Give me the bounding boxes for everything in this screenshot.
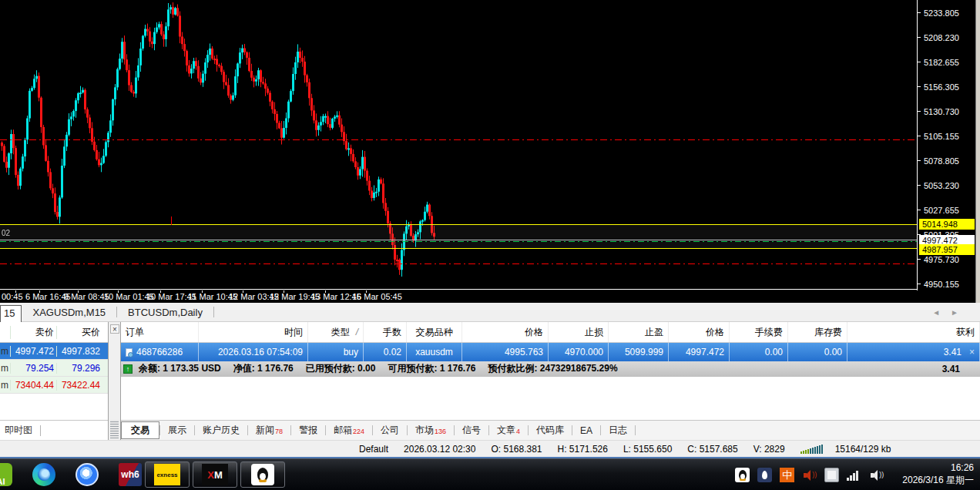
terminal-tab-交易[interactable]: 交易: [121, 421, 159, 439]
tab-scroll-arrows[interactable]: ◄►: [932, 308, 969, 317]
terminal-tab-日志[interactable]: 日志: [601, 421, 635, 439]
sell-price: 73404.44: [10, 380, 56, 391]
chart-plot[interactable]: 02: [0, 0, 917, 290]
edge-browser-icon[interactable]: [32, 463, 55, 486]
exness-app-button[interactable]: exness: [145, 461, 190, 488]
price-tick-label: 5053.230: [924, 181, 959, 190]
tray-volume-icon[interactable]: )): [869, 468, 884, 482]
price-tick: 5027.655: [918, 205, 976, 215]
orders-table-header[interactable]: 订单时间类型/手数交易品种价格止损止盈价格手续费库存费获利: [121, 322, 980, 343]
price-axis[interactable]: 5233.8055208.2305182.6555156.3055130.730…: [917, 0, 975, 290]
sell-price-header[interactable]: 卖价: [10, 326, 56, 339]
tab-badge: 136: [435, 428, 446, 435]
column-header-3[interactable]: 手数: [364, 322, 407, 342]
order-volume: 0.02: [364, 343, 407, 361]
column-header-5[interactable]: 价格: [462, 322, 549, 342]
status-item-6: V: 2829: [746, 444, 793, 455]
column-header-1[interactable]: 时间: [199, 322, 308, 342]
column-header-2[interactable]: 类型/: [308, 322, 364, 342]
tick-dash: [918, 136, 921, 136]
terminal-tab-信号[interactable]: 信号: [455, 421, 488, 439]
market-watch-header[interactable]: 卖价买价: [0, 322, 108, 343]
terminal-tab-市场[interactable]: 市场136: [408, 421, 454, 439]
order-time-value: 2026.03.16 07:54:09: [218, 347, 303, 357]
lower-panels: 卖价买价m4997.4724997.832m79.25479.296m73404…: [0, 322, 980, 440]
market-watch-row[interactable]: m4997.4724997.832: [0, 343, 108, 360]
xm-app-button[interactable]: XM: [193, 461, 237, 488]
terminal-panel: 订单时间类型/手数交易品种价格止损止盈价格手续费库存费获利 4687662862…: [121, 322, 980, 440]
wenhua-wh6-icon[interactable]: wh6: [119, 463, 142, 486]
order-profit: 3.41×: [847, 343, 980, 361]
column-header-6[interactable]: 止损: [549, 322, 609, 342]
column-header-8[interactable]: 价格: [669, 322, 730, 342]
summary-profit: 3.41: [942, 364, 960, 374]
terminal-tab-代码库[interactable]: 代码库: [529, 421, 572, 439]
column-header-9[interactable]: 手续费: [730, 322, 788, 342]
ai-app-icon[interactable]: AI: [0, 463, 12, 486]
price-tick-label: 5078.805: [924, 156, 959, 166]
column-header-0[interactable]: 订单: [121, 322, 199, 342]
tray-muted-speaker-icon[interactable]: )): [802, 468, 817, 482]
time-label: 00:45: [2, 292, 23, 301]
net-bar: [803, 451, 804, 454]
terminal-tab-账户历史[interactable]: 账户历史: [195, 421, 247, 439]
close-order-icon[interactable]: ×: [969, 347, 975, 357]
column-header-11[interactable]: 获利: [847, 322, 980, 342]
column-header-10[interactable]: 库存费: [788, 322, 847, 342]
price-tick: 5130.730: [918, 106, 976, 116]
order-volume-value: 0.02: [384, 347, 401, 357]
terminal-tab-公司[interactable]: 公司: [373, 421, 407, 439]
quark-browser-icon[interactable]: [76, 463, 99, 486]
clock-time: 16:26: [902, 462, 974, 475]
net-bar: [807, 449, 809, 454]
tray-network-icon[interactable]: [847, 469, 861, 481]
xm-icon: XM: [202, 464, 228, 485]
terminal-tab-警报[interactable]: 警报: [291, 421, 325, 439]
terminal-tab-邮箱[interactable]: 邮箱224: [326, 421, 372, 439]
scroll-right-icon[interactable]: ►: [951, 308, 969, 317]
buy-price-header[interactable]: 买价: [56, 326, 102, 339]
column-header-7[interactable]: 止盈: [609, 322, 669, 342]
column-header-4[interactable]: 交易品种: [407, 322, 462, 342]
balance-arrow-icon: ↑: [123, 364, 133, 374]
market-watch-row[interactable]: m73404.4473422.44: [0, 377, 108, 394]
tab-separator: [40, 425, 41, 436]
scroll-left-icon[interactable]: ◄: [932, 308, 951, 317]
tab-tick-chart[interactable]: 即时图: [0, 424, 40, 437]
tray-qq-icon[interactable]: [735, 468, 750, 482]
qq-app-button[interactable]: [240, 461, 285, 488]
chart-tab-xagusd[interactable]: XAGUSDm,M15: [22, 307, 116, 318]
order-open-price-value: 4995.763: [505, 347, 543, 357]
tick-dash: [918, 111, 921, 112]
terminal-tab-EA[interactable]: EA: [572, 423, 600, 438]
chart-tab-cut[interactable]: 15: [0, 305, 22, 322]
open-order-row[interactable]: 4687662862026.03.16 07:54:09buy0.02xauus…: [121, 343, 980, 361]
terminal-tab-文章[interactable]: 文章4: [489, 421, 528, 439]
order-stop-loss-value: 4970.000: [565, 347, 603, 357]
order-swap-value: 0.00: [824, 347, 842, 357]
net-bar: [812, 448, 814, 454]
status-bar: Default2026.03.12 02:30O: 5168.381H: 517…: [0, 440, 980, 458]
market-watch-row[interactable]: m79.25479.296: [0, 360, 108, 377]
chart-tab-btcusd[interactable]: BTCUSDm,Daily: [117, 307, 213, 318]
tick-dash: [918, 284, 921, 284]
close-icon[interactable]: ×: [110, 324, 119, 334]
tray-clipboard-icon[interactable]: [824, 468, 839, 482]
tray-ime-chinese-icon[interactable]: 中: [780, 468, 794, 482]
panel-gripper[interactable]: [110, 420, 119, 438]
net-bar: [819, 445, 821, 454]
exness-icon: exness: [154, 464, 180, 485]
terminal-tab-展示[interactable]: 展示: [160, 421, 194, 439]
taskbar-clock[interactable]: 16:26 2026/3/16 星期一: [902, 462, 974, 486]
red-tick-mark: [171, 216, 172, 225]
tab-separator: [635, 425, 636, 435]
qq-icon: [251, 464, 274, 485]
time-axis[interactable]: 00:456 Mar 16:459 Mar 08:4510 Mar 01:451…: [0, 290, 975, 303]
tab-badge: 4: [516, 428, 520, 435]
terminal-tab-新闻[interactable]: 新闻78: [248, 421, 290, 439]
tray-security-icon[interactable]: [757, 468, 772, 482]
order-time: 2026.03.16 07:54:09: [199, 343, 308, 361]
price-tick-label: 5182.655: [924, 58, 959, 67]
order-profit-value: 3.41: [944, 347, 962, 357]
summary-segment: 净值: 1 176.76: [233, 363, 294, 374]
